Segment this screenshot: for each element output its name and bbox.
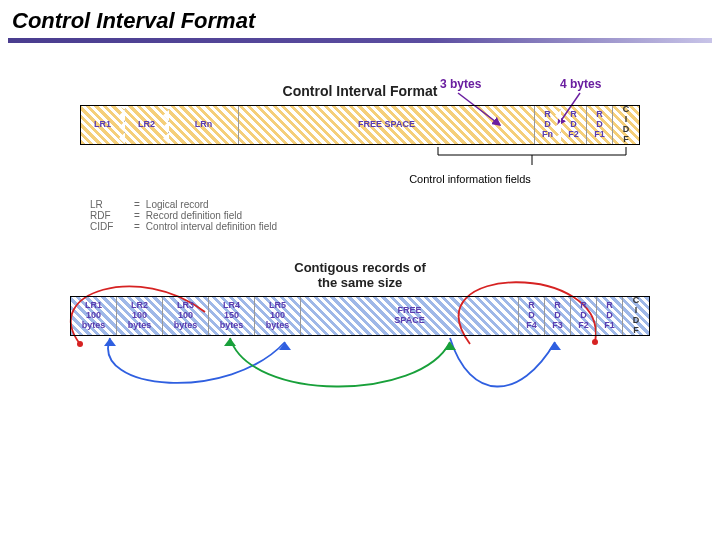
legend-eq-1: = [134, 210, 140, 221]
curves-bottom-svg [50, 332, 670, 452]
svg-marker-5 [279, 342, 291, 350]
d1-cell-lr1: LR1 [81, 106, 125, 144]
legend: LR = Logical record RDF = Record definit… [90, 199, 710, 232]
diagram-area: 3 bytes 4 bytes Control Interval Format … [10, 83, 710, 336]
d2-c7: R D F3 [545, 297, 571, 335]
legend-k-2: CIDF [90, 221, 128, 232]
legend-eq-0: = [134, 199, 140, 210]
legend-k-0: LR [90, 199, 128, 210]
d2-c9: R D F1 [597, 297, 623, 335]
legend-v-1: Record definition field [146, 210, 242, 221]
d1-cell-cidf: C I D F [613, 106, 639, 144]
svg-point-3 [592, 339, 598, 345]
title-underline [8, 38, 712, 43]
d2-c10: C I D F [623, 297, 649, 335]
d2-c3: LR4 150 bytes [209, 297, 255, 335]
annot-3-bytes: 3 bytes [440, 77, 481, 91]
legend-v-2: Control interval definition field [146, 221, 277, 232]
legend-row-2: CIDF = Control interval definition field [90, 221, 710, 232]
d2-c2: LR3 100 bytes [163, 297, 209, 335]
legend-row-1: RDF = Record definition field [90, 210, 710, 221]
svg-marker-4 [104, 338, 116, 346]
annot-4-bytes: 4 bytes [560, 77, 601, 91]
legend-k-1: RDF [90, 210, 128, 221]
d1-cell-free: FREE SPACE [239, 106, 535, 144]
svg-point-2 [77, 341, 83, 347]
d1-cell-lr2: LR2 [125, 106, 169, 144]
ci-bar-1: LR1 LR2 LRn FREE SPACE R D Fn R D F2 R D… [80, 105, 640, 145]
bracket-label: Control information fields [230, 173, 710, 185]
d2-c6: R D F4 [519, 297, 545, 335]
bracket-svg [80, 145, 640, 169]
d2-c0: LR1 100 bytes [71, 297, 117, 335]
d1-cell-rdfn: R D Fn [535, 106, 561, 144]
svg-marker-6 [224, 338, 236, 346]
svg-marker-7 [444, 342, 456, 350]
d2-c1: LR2 100 bytes [117, 297, 163, 335]
d1-cell-rdf1: R D F1 [587, 106, 613, 144]
diagram1-heading: Control Interval Format [10, 83, 710, 99]
d1-cell-rdf2: R D F2 [561, 106, 587, 144]
d2-c5: FREE SPACE [301, 297, 519, 335]
svg-marker-8 [549, 342, 561, 350]
d2-c8: R D F2 [571, 297, 597, 335]
legend-v-0: Logical record [146, 199, 209, 210]
diagram2-heading: Contigous records of the same size [10, 260, 710, 290]
legend-row-0: LR = Logical record [90, 199, 710, 210]
d2-c4: LR5 100 bytes [255, 297, 301, 335]
d1-cell-lrn: LRn [169, 106, 239, 144]
ci-bar-2: LR1 100 bytes LR2 100 bytes LR3 100 byte… [70, 296, 650, 336]
legend-eq-2: = [134, 221, 140, 232]
page-title: Control Interval Format [0, 0, 720, 38]
